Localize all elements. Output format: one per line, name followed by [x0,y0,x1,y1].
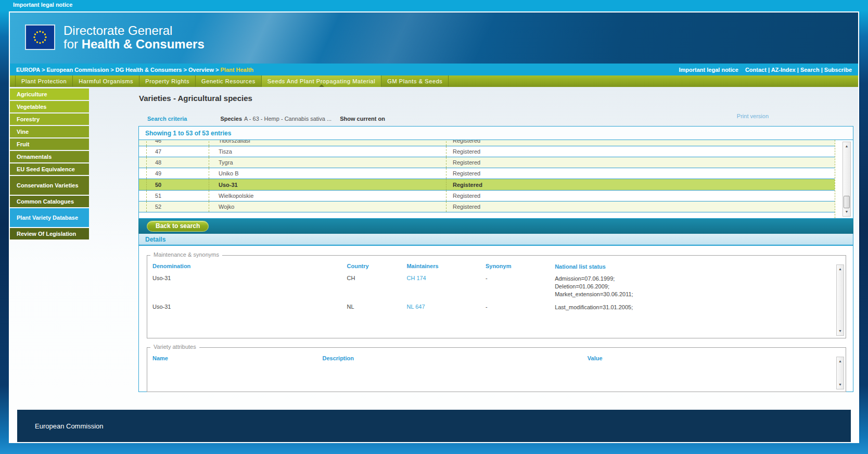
breadcrumb-europa[interactable]: EUROPA [16,67,46,73]
sidebar-item-plant-variety-database[interactable]: Plant Variety Database [10,208,89,227]
row-number: 47 [146,146,209,157]
details-section-header: Details [138,234,853,246]
row-status: Registered [446,168,835,179]
denomination-value: Uso-31 [152,275,347,281]
eu-flag-icon[interactable] [25,24,55,50]
sidebar-item-eu-seed-equivalence[interactable]: EU Seed Equivalence [10,163,89,175]
sidebar-item-common-catalogues[interactable]: Common Catalogues [10,196,89,207]
sidebar-item-fruit[interactable]: Fruit [10,138,89,150]
row-denomination: Tisza [209,146,446,157]
row-denomination: Wojko [209,201,446,212]
col-header-description: Description [323,355,588,361]
table-row[interactable]: 51 Wielkopolskie Registered [139,191,835,201]
breadcrumb: EUROPA European Commission DG Health & C… [16,67,253,73]
maintainer-link[interactable]: CH 174 [406,275,485,281]
footer-bar: European Commission [17,410,851,442]
footer-text: European Commission [35,422,104,430]
top-nav-tabs: Plant Protection Harmful Organisms Prope… [10,75,858,87]
breadcrumb-plant-health[interactable]: Plant Health [221,67,254,73]
sidebar-menu: Agriculture Vegetables Forestry Vine Fru… [10,89,89,241]
utility-legal-notice-link[interactable]: Important legal notice [679,67,738,73]
eu-stars-icon [26,26,54,49]
tab-seeds-and-plant-propagating-material[interactable]: Seeds And Plant Propagating Material [262,75,382,87]
action-bar: Back to search [138,219,853,234]
col-header-denomination: Denomination [152,263,347,271]
sidebar-item-review-of-legislation[interactable]: Review Of Legislation [10,228,89,239]
row-denomination: Tygra [209,157,446,168]
status-line: Deletion=01.06.2009; [555,283,832,291]
tab-plant-protection[interactable]: Plant Protection [15,75,73,87]
tab-genetic-resources[interactable]: Genetic Resources [196,75,262,87]
row-status: Registered [446,201,835,212]
page-frame: Directorate General for Health & Consume… [9,11,859,443]
col-header-value: Value [588,355,832,361]
page-title: Varieties - Agricultural species [139,94,252,103]
back-to-search-button[interactable]: Back to search [147,221,209,232]
maintenance-scrollbar[interactable]: ▲ ▼ [836,264,844,336]
maintenance-synonyms-panel: Maintenance & synonyms Denomination Coun… [147,255,846,338]
row-status: Registered [446,140,835,146]
scroll-up-icon[interactable]: ▲ [837,266,844,273]
species-value: A - 63 - Hemp - Cannabis sativa ... [244,116,331,122]
scroll-down-icon[interactable]: ▼ [837,327,844,335]
breadcrumb-dg-health-consumers[interactable]: DG Health & Consumers [116,67,188,73]
scroll-up-icon[interactable]: ▲ [837,358,844,365]
col-header-name: Name [152,355,323,361]
sidebar-item-conservation-varieties[interactable]: Conservation Varieties [10,176,89,195]
table-row[interactable]: 52 Wojko Registered [139,201,835,212]
breadcrumb-european-commission[interactable]: European Commission [46,67,115,73]
country-value: CH [347,275,407,281]
breadcrumb-bar: EUROPA European Commission DG Health & C… [10,64,858,75]
show-current-label: Show current on [340,116,385,122]
sidebar-item-forestry[interactable]: Forestry [10,114,89,125]
attributes-table-headers: Name Description Value [152,355,832,361]
utility-contact-link[interactable]: Contact [745,67,767,73]
maintenance-synonyms-legend: Maintenance & synonyms [150,251,222,258]
maintenance-row: Uso-31 NL NL 647 - Last_modification=31.… [152,304,832,311]
utility-subscribe-link[interactable]: Subscribe [821,67,852,73]
tab-property-rights[interactable]: Property Rights [139,75,196,87]
status-line: Last_modification=31.01.2005; [555,304,832,311]
country-value: NL [347,304,407,310]
row-number: 48 [146,157,209,168]
row-denomination: Uso-31 [209,179,446,190]
table-row[interactable]: 49 Uniko B Registered [139,168,835,179]
main-area: Agriculture Vegetables Forestry Vine Fru… [10,87,858,410]
table-row-selected[interactable]: 50 Uso-31 Registered [139,179,835,191]
species-label: Species [220,116,242,122]
utility-search-link[interactable]: Search [797,67,820,73]
row-number: 46 [146,140,209,146]
table-row[interactable]: 46 Tiborszallasi Registered [139,140,835,146]
col-header-national-list-status: National list status [555,263,832,271]
national-list-status-value: Last_modification=31.01.2005; [555,304,832,311]
attributes-scrollbar[interactable]: ▲ ▼ [836,357,844,389]
breadcrumb-overview[interactable]: Overview [188,67,220,73]
sidebar-item-vine[interactable]: Vine [10,126,89,137]
maintenance-table-headers: Denomination Country Maintainers Synonym… [152,263,832,271]
row-status: Registered [446,157,835,168]
important-legal-notice-link[interactable]: Important legal notice [13,2,72,8]
scroll-down-icon[interactable]: ▼ [837,381,844,388]
maintainer-link[interactable]: NL 647 [406,304,485,310]
utility-links: Important legal notice Contact AZ-Index … [679,67,852,73]
row-status: Registered [446,179,835,190]
table-row[interactable]: 47 Tisza Registered [139,146,835,157]
scrollbar-thumb[interactable] [844,196,850,208]
scroll-down-icon[interactable]: ▼ [843,208,850,216]
scroll-up-icon[interactable]: ▲ [843,143,850,150]
row-number: 49 [146,168,209,179]
sidebar-item-agriculture[interactable]: Agriculture [10,89,89,100]
sidebar-item-ornamentals[interactable]: Ornamentals [10,151,89,162]
tab-gm-plants-seeds[interactable]: GM Plants & Seeds [381,75,449,87]
table-scrollbar[interactable]: ▲ ▼ [843,142,851,217]
details-section-body: Maintenance & synonyms Denomination Coun… [138,246,853,392]
table-row[interactable]: 48 Tygra Registered [139,157,835,168]
header-banner: Directorate General for Health & Consume… [10,12,858,64]
search-criteria-row: Search criteria Species A - 63 - Hemp - … [147,116,385,122]
variety-attributes-legend: Variety attributes [150,344,199,350]
print-version-link[interactable]: Print version [737,113,769,119]
sidebar-item-vegetables[interactable]: Vegetables [10,101,89,112]
status-line: Admission=07.06.1999; [555,275,832,283]
tab-harmful-organisms[interactable]: Harmful Organisms [73,75,139,87]
utility-az-index-link[interactable]: AZ-Index [768,67,796,73]
